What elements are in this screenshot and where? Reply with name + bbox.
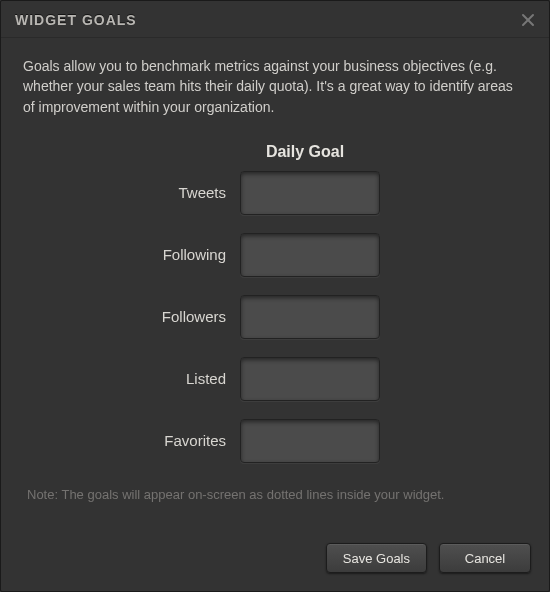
- dialog-title: WIDGET GOALS: [15, 12, 137, 28]
- row-listed: Listed: [23, 357, 527, 401]
- dialog-description: Goals allow you to benchmark metrics aga…: [23, 56, 527, 117]
- label-followers: Followers: [56, 308, 226, 325]
- dialog-note: Note: The goals will appear on-screen as…: [23, 481, 527, 502]
- goals-form: Daily Goal Tweets Following Followers Li…: [23, 143, 527, 463]
- input-listed[interactable]: [240, 357, 380, 401]
- label-following: Following: [56, 246, 226, 263]
- save-goals-button[interactable]: Save Goals: [326, 543, 427, 573]
- cancel-button[interactable]: Cancel: [439, 543, 531, 573]
- input-followers[interactable]: [240, 295, 380, 339]
- row-following: Following: [23, 233, 527, 277]
- input-tweets[interactable]: [240, 171, 380, 215]
- label-tweets: Tweets: [56, 184, 226, 201]
- label-listed: Listed: [56, 370, 226, 387]
- close-icon[interactable]: [519, 11, 537, 29]
- daily-goal-header: Daily Goal: [83, 143, 527, 161]
- input-favorites[interactable]: [240, 419, 380, 463]
- dialog-footer: Save Goals Cancel: [326, 543, 531, 573]
- label-favorites: Favorites: [56, 432, 226, 449]
- row-tweets: Tweets: [23, 171, 527, 215]
- dialog-body: Goals allow you to benchmark metrics aga…: [1, 38, 549, 502]
- input-following[interactable]: [240, 233, 380, 277]
- close-icon-glyph: [521, 13, 535, 27]
- row-followers: Followers: [23, 295, 527, 339]
- row-favorites: Favorites: [23, 419, 527, 463]
- dialog-titlebar: WIDGET GOALS: [1, 1, 549, 38]
